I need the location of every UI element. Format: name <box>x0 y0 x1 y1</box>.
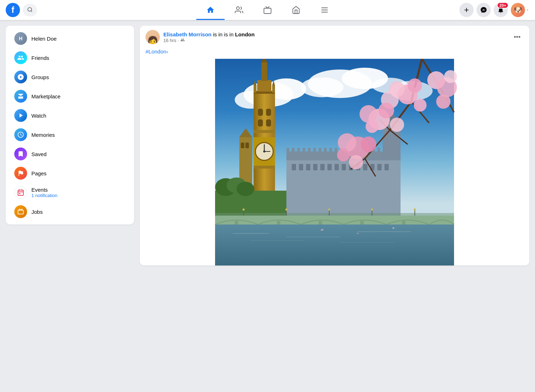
svg-point-132 <box>338 133 356 152</box>
jobs-label: Jobs <box>31 209 43 215</box>
post-header: 👩 Elisabeth Morrison is in is in London … <box>140 26 529 48</box>
svg-point-138 <box>436 94 450 109</box>
svg-rect-5 <box>321 10 328 10</box>
logo-text: f <box>11 5 14 15</box>
svg-rect-61 <box>254 130 275 133</box>
main-layout: H Helen Doe Friends Groups <box>0 20 535 271</box>
svg-point-0 <box>28 7 32 11</box>
watch-icon <box>14 109 27 122</box>
chevron-down-icon <box>526 8 529 12</box>
sidebar-item-events[interactable]: Events 1 notification <box>9 183 131 202</box>
svg-rect-72 <box>257 80 271 92</box>
svg-rect-24 <box>299 164 303 170</box>
svg-point-11 <box>19 193 20 194</box>
svg-point-86 <box>236 182 254 196</box>
avatar-emoji: 🐶 <box>514 6 523 14</box>
svg-rect-62 <box>254 166 275 169</box>
svg-rect-7 <box>18 190 24 195</box>
svg-rect-69 <box>266 109 271 116</box>
post-more-button[interactable]: ••• <box>511 31 524 43</box>
sidebar-item-groups[interactable]: Groups <box>9 68 131 86</box>
svg-rect-25 <box>306 164 310 170</box>
create-button[interactable] <box>459 3 474 17</box>
svg-rect-33 <box>363 164 367 170</box>
profile-icon: H <box>14 32 27 45</box>
svg-point-127 <box>360 105 377 123</box>
notifications-button[interactable]: 20+ <box>494 3 508 17</box>
feed-area: 👩 Elisabeth Morrison is in is in London … <box>140 26 529 265</box>
svg-point-125 <box>414 99 427 112</box>
london-image <box>140 59 529 265</box>
pages-icon <box>14 167 27 180</box>
jobs-icon <box>14 205 27 218</box>
nav-marketplace[interactable] <box>282 1 310 19</box>
post-hashtag[interactable]: #London‹ <box>140 48 529 59</box>
groups-label: Groups <box>31 74 49 80</box>
search-box[interactable] <box>23 4 37 16</box>
svg-rect-81 <box>245 143 249 148</box>
svg-rect-87 <box>215 216 454 225</box>
sidebar-item-marketplace[interactable]: Marketplace <box>9 87 131 105</box>
nav-friends[interactable] <box>225 1 253 19</box>
svg-rect-46 <box>335 148 337 152</box>
author-name[interactable]: Elisabeth Morrison <box>163 31 212 37</box>
sidebar-item-jobs[interactable]: Jobs <box>9 202 131 221</box>
svg-rect-3 <box>264 8 271 14</box>
svg-rect-42 <box>313 148 316 152</box>
svg-point-104 <box>414 208 416 211</box>
sidebar-item-friends[interactable]: Friends <box>9 48 131 67</box>
author-location-in: is in <box>224 31 235 37</box>
post-author-line: Elisabeth Morrison is in is in London <box>163 31 507 38</box>
nav-menu[interactable] <box>310 1 339 19</box>
memories-icon <box>14 128 27 141</box>
svg-rect-28 <box>327 164 332 170</box>
pages-label: Pages <box>31 170 47 176</box>
svg-rect-35 <box>377 164 382 170</box>
svg-point-123 <box>408 78 422 93</box>
svg-rect-26 <box>313 164 317 170</box>
post-card: 👩 Elisabeth Morrison is in is in London … <box>140 26 529 265</box>
profile-avatar: H <box>14 32 27 45</box>
svg-point-67 <box>263 150 265 153</box>
notification-badge: 20+ <box>497 2 509 9</box>
sidebar: H Helen Doe Friends Groups <box>6 26 134 225</box>
svg-point-133 <box>361 136 376 152</box>
events-label: Events <box>31 187 57 193</box>
svg-rect-43 <box>319 148 321 152</box>
nav-watch[interactable] <box>253 1 282 19</box>
top-navigation: f <box>0 0 535 20</box>
svg-point-130 <box>366 120 378 133</box>
friends-icon <box>14 51 27 64</box>
privacy-icon <box>180 38 185 43</box>
messenger-button[interactable] <box>477 3 491 17</box>
sidebar-item-pages[interactable]: Pages <box>9 164 131 182</box>
author-location[interactable]: London <box>235 31 255 37</box>
saved-icon <box>14 148 27 160</box>
events-notification: 1 notification <box>31 193 57 198</box>
sidebar-item-watch[interactable]: Watch <box>9 106 131 125</box>
svg-line-1 <box>31 11 32 12</box>
svg-rect-73 <box>261 62 267 81</box>
nav-center <box>77 1 458 19</box>
svg-rect-75 <box>254 86 256 93</box>
sidebar-item-memories[interactable]: Memories <box>9 125 131 144</box>
groups-icon <box>14 71 27 83</box>
post-image-container <box>140 59 529 265</box>
author-location-prefix: is in <box>213 31 223 37</box>
events-icon <box>14 186 27 199</box>
svg-rect-37 <box>286 148 289 152</box>
author-avatar-image: 👩 <box>146 30 160 44</box>
sidebar-item-saved[interactable]: Saved <box>9 145 131 163</box>
nav-left: f <box>6 3 77 17</box>
svg-point-102 <box>371 208 373 211</box>
sidebar-item-profile[interactable]: H Helen Doe <box>9 29 131 48</box>
svg-rect-38 <box>292 148 295 152</box>
memories-label: Memories <box>31 132 55 138</box>
svg-rect-40 <box>302 148 305 152</box>
saved-label: Saved <box>31 151 47 157</box>
events-label-group: Events 1 notification <box>31 187 57 198</box>
nav-home[interactable] <box>196 1 225 19</box>
user-avatar[interactable]: 🐶 <box>511 3 525 17</box>
user-avatar-area: 🐶 <box>511 3 529 17</box>
facebook-logo[interactable]: f <box>6 3 20 17</box>
